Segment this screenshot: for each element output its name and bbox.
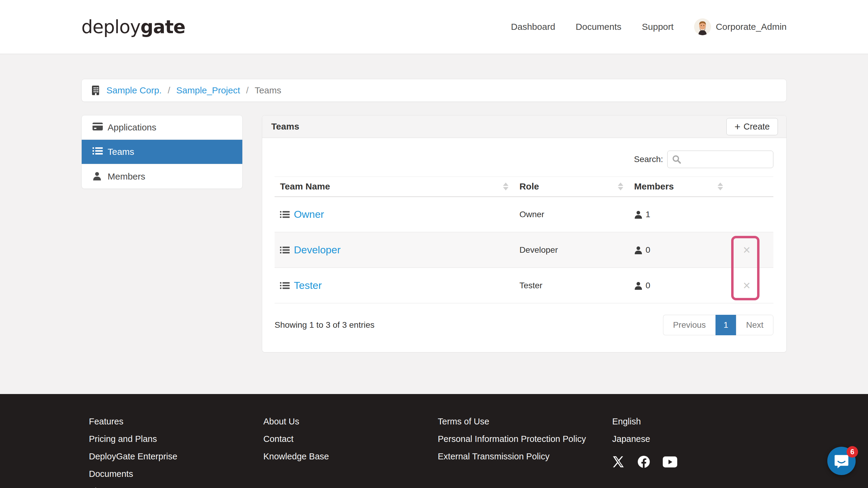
- column-label: Team Name: [280, 181, 330, 192]
- footer-link-english[interactable]: English: [612, 413, 786, 430]
- column-label: Members: [634, 181, 674, 192]
- table-row-owner: Owner Owner 1: [275, 197, 773, 232]
- footer-link-japanese[interactable]: Japanese: [612, 430, 786, 448]
- user-avatar: [694, 19, 711, 35]
- breadcrumb-separator: /: [246, 85, 249, 96]
- pagination-page-1[interactable]: 1: [715, 315, 736, 335]
- footer-link-contact[interactable]: Contact: [264, 430, 438, 448]
- pagination-next[interactable]: Next: [736, 315, 773, 335]
- member-icon: [634, 281, 643, 290]
- footer-link-external-transmission[interactable]: External Transmission Policy: [438, 448, 613, 465]
- breadcrumb-project-link[interactable]: Sample_Project: [176, 85, 240, 96]
- teams-table: Team Name Role Members: [275, 176, 773, 303]
- pagination: Previous 1 Next: [663, 315, 773, 335]
- sort-icon: [503, 183, 508, 190]
- footer-link-pricing[interactable]: Pricing and Plans: [89, 430, 264, 448]
- plus-icon: +: [735, 121, 741, 132]
- team-role: Owner: [514, 197, 629, 232]
- chat-bubble-icon: [834, 453, 849, 469]
- footer-link-privacy[interactable]: Personal Information Protection Policy: [438, 430, 613, 448]
- search-box: [667, 151, 773, 168]
- create-button-label: Create: [744, 122, 770, 132]
- team-link[interactable]: Owner: [294, 208, 324, 220]
- top-header: deploygate Dashboard Documents Support C…: [0, 0, 868, 54]
- footer-link-knowledge-base[interactable]: Knowledge Base: [264, 448, 438, 465]
- list-icon: [280, 246, 290, 255]
- facebook-icon[interactable]: [637, 455, 651, 469]
- search-input[interactable]: [667, 151, 773, 168]
- column-header-team-name[interactable]: Team Name: [275, 177, 514, 197]
- team-role: Tester: [514, 268, 629, 303]
- panel-header: Teams + Create: [262, 116, 786, 138]
- member-count: 1: [646, 210, 650, 219]
- panel-title: Teams: [271, 121, 299, 132]
- delete-team-button[interactable]: ×: [743, 279, 750, 292]
- sidebar-item-members[interactable]: Members: [82, 164, 242, 189]
- social-links: [612, 455, 786, 469]
- search-label: Search:: [634, 155, 663, 164]
- table-row-developer: Developer Developer 0: [275, 232, 773, 268]
- teams-panel: Teams + Create Search:: [262, 115, 786, 352]
- delete-team-button[interactable]: ×: [743, 244, 750, 256]
- pagination-previous[interactable]: Previous: [663, 315, 715, 335]
- footer-column-language: English Japanese: [612, 413, 786, 488]
- table-row-tester: Tester Tester 0: [275, 268, 773, 303]
- create-team-button[interactable]: + Create: [726, 118, 778, 135]
- site-footer: Features Pricing and Plans DeployGate En…: [0, 394, 868, 488]
- footer-column-company: About Us Contact Knowledge Base: [264, 413, 438, 488]
- breadcrumb-org-link[interactable]: Sample Corp.: [106, 85, 161, 96]
- footer-link-features[interactable]: Features: [89, 413, 264, 430]
- youtube-icon[interactable]: [663, 456, 677, 467]
- member-icon: [634, 246, 643, 254]
- nav-support[interactable]: Support: [642, 22, 674, 32]
- footer-column-legal: Terms of Use Personal Information Protec…: [438, 413, 613, 488]
- column-header-actions: [728, 177, 773, 197]
- x-icon[interactable]: [612, 455, 625, 468]
- sidebar: Applications Teams: [82, 115, 243, 189]
- team-link[interactable]: Developer: [294, 244, 341, 256]
- sidebar-item-applications[interactable]: Applications: [82, 116, 242, 140]
- member-icon: [93, 171, 103, 182]
- member-count: 0: [646, 245, 650, 255]
- user-name: Corporate_Admin: [716, 22, 786, 32]
- footer-link-documents[interactable]: Documents: [89, 465, 264, 483]
- nav-dashboard[interactable]: Dashboard: [511, 22, 555, 32]
- list-icon: [93, 147, 103, 157]
- deploygate-logo[interactable]: deploygate: [82, 16, 185, 37]
- sidebar-item-label: Teams: [107, 147, 134, 157]
- footer-column-product: Features Pricing and Plans DeployGate En…: [89, 413, 264, 488]
- footer-link-enterprise[interactable]: DeployGate Enterprise: [89, 448, 264, 465]
- team-role: Developer: [514, 232, 629, 268]
- applications-icon: [93, 122, 103, 133]
- breadcrumb: Sample Corp. / Sample_Project / Teams: [82, 79, 786, 102]
- member-count: 0: [646, 281, 650, 290]
- user-menu[interactable]: Corporate_Admin: [694, 19, 786, 35]
- list-icon: [280, 210, 290, 219]
- chat-unread-badge: 6: [846, 446, 858, 458]
- sidebar-item-teams[interactable]: Teams: [82, 140, 242, 164]
- team-link[interactable]: Tester: [294, 280, 322, 291]
- logo-bold: gate: [141, 16, 185, 37]
- chat-launcher-button[interactable]: 6: [827, 447, 856, 475]
- footer-link-about[interactable]: About Us: [264, 413, 438, 430]
- logo-light: deploy: [82, 16, 141, 37]
- list-icon: [280, 281, 290, 290]
- breadcrumb-current: Teams: [255, 85, 281, 96]
- sidebar-item-label: Applications: [107, 122, 156, 133]
- search-icon: [672, 155, 681, 164]
- footer-link-blog[interactable]: Blog: [89, 483, 264, 488]
- breadcrumb-separator: /: [167, 85, 170, 96]
- main-content: Sample Corp. / Sample_Project / Teams Ap…: [82, 79, 786, 352]
- sort-icon: [618, 183, 623, 190]
- footer-link-terms[interactable]: Terms of Use: [438, 413, 613, 430]
- nav-documents[interactable]: Documents: [576, 22, 621, 32]
- sidebar-item-label: Members: [107, 171, 145, 182]
- entries-summary: Showing 1 to 3 of 3 entries: [275, 320, 375, 330]
- top-nav: Dashboard Documents Support Corporate_Ad…: [511, 19, 786, 35]
- column-header-members[interactable]: Members: [629, 177, 728, 197]
- column-label: Role: [519, 181, 539, 192]
- sort-icon: [718, 183, 723, 190]
- column-header-role[interactable]: Role: [514, 177, 629, 197]
- member-icon: [634, 210, 643, 219]
- organization-icon: [91, 85, 100, 96]
